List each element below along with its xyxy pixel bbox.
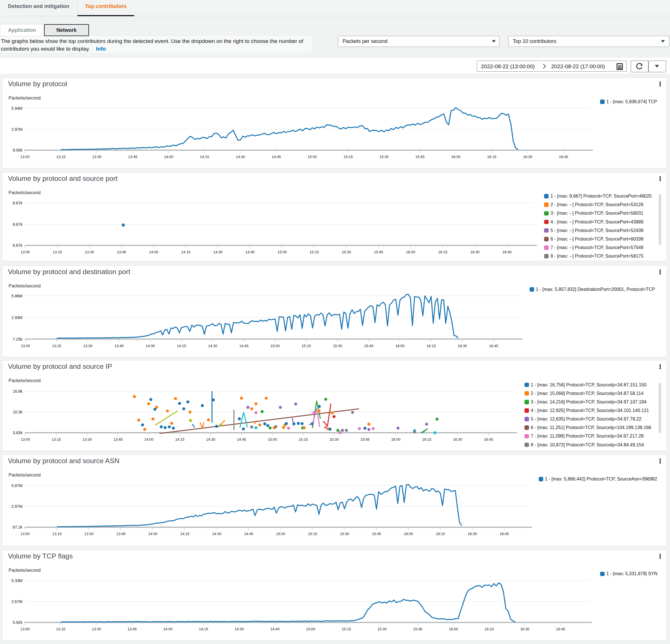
svg-text:13:30: 13:30: [85, 250, 94, 254]
svg-text:14:15: 14:15: [177, 344, 186, 348]
svg-text:13:00: 13:00: [21, 532, 30, 536]
svg-text:2.67M: 2.67M: [11, 599, 23, 604]
svg-text:13:00: 13:00: [21, 627, 30, 631]
svg-text:13:45: 13:45: [117, 250, 126, 254]
svg-text:14:30: 14:30: [208, 344, 217, 348]
svg-text:16:30: 16:30: [468, 532, 477, 536]
svg-text:14:30: 14:30: [234, 627, 244, 631]
svg-text:16:15: 16:15: [436, 532, 445, 536]
svg-text:16:30: 16:30: [470, 250, 480, 254]
svg-text:13:00: 13:00: [21, 437, 30, 442]
svg-text:14:30: 14:30: [212, 532, 222, 536]
svg-text:15:45: 15:45: [364, 344, 374, 348]
svg-text:16:15: 16:15: [485, 627, 494, 631]
svg-text:15:00: 15:00: [268, 437, 277, 442]
svg-text:14:00: 14:00: [144, 437, 154, 442]
svg-text:15:00: 15:00: [308, 155, 317, 159]
svg-text:15:00: 15:00: [276, 532, 285, 536]
svg-text:14:30: 14:30: [213, 250, 223, 254]
svg-text:16:00: 16:00: [406, 250, 415, 254]
svg-text:14:30: 14:30: [206, 437, 215, 442]
svg-text:13:30: 13:30: [83, 344, 93, 348]
svg-text:5.86M: 5.86M: [11, 294, 23, 298]
svg-text:13:15: 13:15: [53, 250, 62, 254]
svg-text:10.3k: 10.3k: [13, 410, 23, 414]
svg-text:16:30: 16:30: [458, 344, 467, 348]
svg-text:15:45: 15:45: [413, 627, 423, 631]
svg-text:14:45: 14:45: [270, 627, 280, 631]
svg-text:16:45: 16:45: [556, 627, 565, 631]
svg-text:5.87M: 5.87M: [11, 483, 23, 488]
svg-text:16.8k: 16.8k: [13, 389, 23, 394]
svg-text:16:15: 16:15: [427, 344, 436, 348]
svg-text:9.00k: 9.00k: [13, 148, 23, 153]
svg-text:13:00: 13:00: [21, 155, 30, 159]
svg-text:14:00: 14:00: [148, 532, 158, 536]
svg-text:13:30: 13:30: [92, 155, 102, 159]
svg-text:16:30: 16:30: [520, 627, 530, 631]
svg-text:14:45: 14:45: [245, 250, 255, 254]
svg-text:15:15: 15:15: [299, 437, 308, 442]
svg-text:2.93M: 2.93M: [11, 315, 23, 320]
svg-text:15:15: 15:15: [344, 155, 353, 159]
svg-text:67.2k: 67.2k: [13, 525, 23, 529]
svg-text:14:30: 14:30: [236, 155, 245, 159]
svg-text:14:15: 14:15: [200, 155, 209, 159]
svg-text:13:45: 13:45: [113, 437, 123, 442]
svg-text:15:45: 15:45: [415, 155, 425, 159]
svg-text:13:15: 13:15: [52, 437, 61, 442]
svg-text:13:15: 13:15: [52, 344, 62, 348]
svg-text:15:30: 15:30: [342, 250, 351, 254]
svg-text:15:00: 15:00: [271, 344, 280, 348]
svg-text:16:45: 16:45: [484, 437, 493, 442]
svg-text:14:45: 14:45: [239, 344, 249, 348]
svg-text:16:00: 16:00: [449, 627, 458, 631]
svg-text:13:00: 13:00: [21, 344, 30, 348]
svg-text:14:15: 14:15: [175, 437, 185, 442]
svg-text:16:00: 16:00: [451, 155, 460, 159]
svg-text:15:30: 15:30: [340, 532, 349, 536]
svg-text:15:00: 15:00: [278, 250, 287, 254]
svg-text:13:30: 13:30: [84, 532, 94, 536]
svg-text:8.67k: 8.67k: [13, 243, 23, 248]
svg-text:8.67k: 8.67k: [13, 222, 23, 227]
svg-text:15:15: 15:15: [342, 627, 351, 631]
svg-text:16:45: 16:45: [502, 250, 512, 254]
svg-text:13:30: 13:30: [92, 627, 101, 631]
svg-text:14:00: 14:00: [146, 344, 155, 348]
svg-text:5.94M: 5.94M: [11, 106, 23, 110]
svg-text:14:15: 14:15: [199, 627, 209, 631]
svg-text:15:45: 15:45: [374, 250, 383, 254]
svg-text:14:45: 14:45: [244, 532, 254, 536]
svg-text:16:30: 16:30: [453, 437, 463, 442]
svg-text:3.83k: 3.83k: [13, 431, 23, 435]
svg-text:16:15: 16:15: [438, 250, 447, 254]
svg-text:16:00: 16:00: [404, 532, 413, 536]
svg-text:15:30: 15:30: [333, 344, 342, 348]
svg-text:15:15: 15:15: [308, 532, 317, 536]
svg-text:7.25k: 7.25k: [13, 337, 23, 341]
svg-text:16:30: 16:30: [523, 155, 533, 159]
svg-text:14:00: 14:00: [164, 155, 173, 159]
svg-text:2.97M: 2.97M: [11, 504, 23, 509]
svg-text:16:45: 16:45: [500, 532, 509, 536]
svg-text:16:15: 16:15: [422, 437, 431, 442]
svg-text:13:15: 13:15: [56, 155, 66, 159]
svg-text:16:45: 16:45: [559, 155, 568, 159]
svg-text:15:30: 15:30: [379, 155, 389, 159]
svg-text:15:15: 15:15: [302, 344, 311, 348]
svg-text:13:00: 13:00: [21, 250, 30, 254]
svg-text:5.92k: 5.92k: [13, 620, 23, 625]
svg-text:15:30: 15:30: [330, 437, 339, 442]
svg-text:13:45: 13:45: [116, 532, 126, 536]
svg-text:5.33M: 5.33M: [11, 578, 23, 583]
svg-text:13:45: 13:45: [128, 627, 137, 631]
svg-text:13:15: 13:15: [56, 627, 65, 631]
svg-text:13:30: 13:30: [82, 437, 92, 442]
svg-text:13:45: 13:45: [115, 344, 124, 348]
svg-text:14:45: 14:45: [272, 155, 281, 159]
svg-text:14:45: 14:45: [237, 437, 246, 442]
svg-text:16:00: 16:00: [396, 344, 405, 348]
svg-text:14:15: 14:15: [180, 532, 190, 536]
svg-text:8.67k: 8.67k: [13, 200, 23, 205]
